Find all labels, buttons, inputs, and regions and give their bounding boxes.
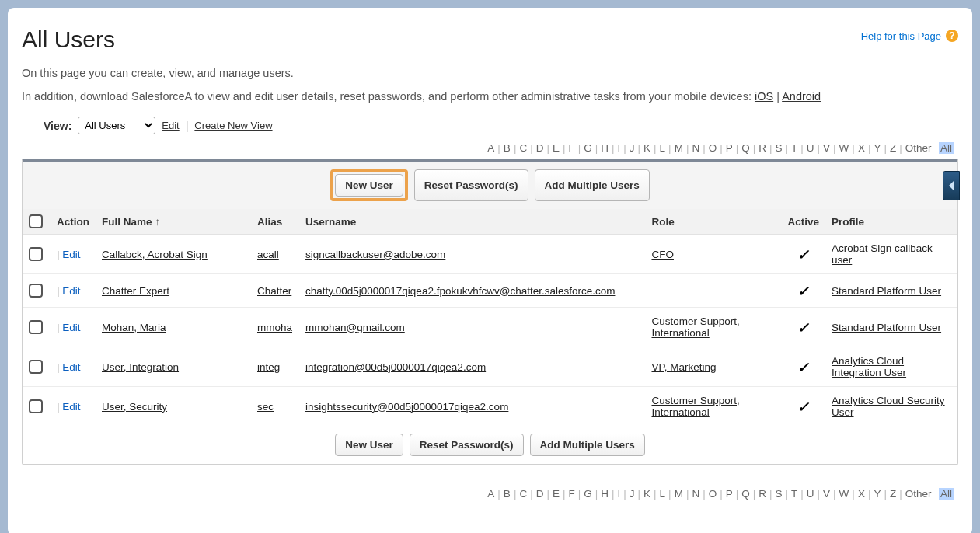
edit-view-link[interactable]: Edit (162, 120, 179, 131)
alpha-letter-E[interactable]: E (551, 488, 561, 500)
reset-password-button[interactable]: Reset Password(s) (414, 169, 528, 201)
edit-link[interactable]: Edit (62, 322, 80, 333)
alpha-letter-Y[interactable]: Y (872, 142, 882, 154)
new-user-button[interactable]: New User (335, 174, 403, 197)
help-link[interactable]: Help for this Page (861, 30, 941, 42)
role-link[interactable]: Customer Support, International (651, 395, 739, 418)
alpha-letter-G[interactable]: G (582, 142, 594, 154)
col-action[interactable]: Action (51, 209, 96, 235)
alpha-letter-E[interactable]: E (551, 142, 561, 154)
view-select[interactable]: All Users (78, 117, 155, 134)
alpha-letter-D[interactable]: D (535, 488, 546, 500)
alpha-letter-F[interactable]: F (567, 488, 576, 500)
username-link[interactable]: integration@00d5j0000017qiqea2.com (305, 361, 486, 373)
alpha-letter-K[interactable]: K (642, 488, 652, 500)
alpha-letter-Y[interactable]: Y (872, 488, 882, 500)
alpha-letter-R[interactable]: R (757, 488, 768, 500)
alpha-letter-L[interactable]: L (658, 488, 668, 500)
reset-password-button-bottom[interactable]: Reset Password(s) (410, 434, 524, 456)
alpha-letter-O[interactable]: O (707, 488, 719, 500)
alpha-letter-T[interactable]: T (790, 488, 799, 500)
profile-link[interactable]: Standard Platform User (832, 322, 941, 333)
create-view-link[interactable]: Create New View (194, 120, 272, 131)
alias-link[interactable]: Chatter (257, 285, 291, 297)
full-name-link[interactable]: Chatter Expert (102, 285, 169, 297)
username-link[interactable]: chatty.00d5j0000017qiqea2.fpokukvhfcwv@c… (305, 285, 615, 297)
alpha-other[interactable]: Other (904, 142, 933, 154)
row-checkbox[interactable] (29, 284, 43, 298)
profile-link[interactable]: Acrobat Sign callback user (832, 242, 933, 266)
profile-link[interactable]: Analytics Cloud Integration User (832, 355, 906, 378)
alpha-letter-W[interactable]: W (838, 488, 851, 500)
profile-link[interactable]: Standard Platform User (832, 285, 941, 297)
alpha-letter-C[interactable]: C (518, 142, 528, 154)
alpha-letter-T[interactable]: T (790, 142, 799, 154)
username-link[interactable]: mmohan@gmail.com (305, 322, 405, 333)
alpha-letter-L[interactable]: L (658, 142, 668, 154)
row-checkbox[interactable] (29, 399, 43, 413)
alpha-letter-S[interactable]: S (774, 142, 784, 154)
alpha-letter-R[interactable]: R (757, 142, 768, 154)
alpha-letter-B[interactable]: B (502, 142, 512, 154)
row-checkbox[interactable] (29, 320, 43, 334)
alias-link[interactable]: mmoha (257, 322, 292, 333)
select-all-checkbox[interactable] (29, 214, 43, 228)
col-full-name[interactable]: Full Name (96, 209, 251, 235)
full-name-link[interactable]: User, Integration (102, 361, 179, 373)
slide-panel-toggle[interactable] (943, 171, 960, 200)
add-multiple-users-button-bottom[interactable]: Add Multiple Users (530, 434, 645, 456)
alias-link[interactable]: acall (257, 249, 279, 260)
full-name-link[interactable]: Callabck, Acrobat Sign (102, 249, 208, 260)
alpha-letter-J[interactable]: J (628, 142, 636, 154)
alpha-letter-U[interactable]: U (805, 488, 816, 500)
alpha-letter-X[interactable]: X (856, 142, 867, 154)
alpha-letter-A[interactable]: A (486, 142, 496, 154)
alpha-letter-X[interactable]: X (856, 488, 867, 500)
full-name-link[interactable]: User, Security (102, 401, 167, 413)
alpha-letter-C[interactable]: C (518, 488, 528, 500)
alpha-letter-B[interactable]: B (502, 488, 512, 500)
alpha-all[interactable]: All (939, 488, 954, 500)
alpha-letter-P[interactable]: P (724, 142, 734, 154)
alpha-letter-O[interactable]: O (707, 142, 719, 154)
col-profile[interactable]: Profile (825, 209, 957, 235)
alpha-letter-S[interactable]: S (774, 488, 784, 500)
alpha-letter-Q[interactable]: Q (740, 488, 752, 500)
alpha-letter-P[interactable]: P (724, 488, 734, 500)
row-checkbox[interactable] (29, 360, 43, 374)
alias-link[interactable]: sec (257, 401, 274, 413)
alpha-letter-V[interactable]: V (821, 488, 832, 500)
alpha-letter-U[interactable]: U (805, 142, 816, 154)
role-link[interactable]: VP, Marketing (651, 361, 716, 373)
alpha-letter-M[interactable]: M (673, 142, 685, 154)
alpha-letter-H[interactable]: H (599, 142, 610, 154)
alpha-letter-Z[interactable]: Z (888, 488, 898, 500)
edit-link[interactable]: Edit (62, 401, 80, 413)
alpha-letter-M[interactable]: M (673, 488, 685, 500)
alpha-letter-N[interactable]: N (690, 488, 701, 500)
alpha-other[interactable]: Other (904, 488, 933, 500)
col-alias[interactable]: Alias (251, 209, 299, 235)
role-link[interactable]: Customer Support, International (651, 315, 739, 339)
alpha-letter-W[interactable]: W (838, 142, 851, 154)
alpha-letter-G[interactable]: G (582, 488, 594, 500)
alpha-letter-D[interactable]: D (535, 142, 546, 154)
col-active[interactable]: Active (781, 209, 825, 235)
alias-link[interactable]: integ (257, 361, 280, 373)
edit-link[interactable]: Edit (62, 361, 80, 373)
help-icon[interactable]: ? (946, 30, 958, 42)
alpha-letter-Z[interactable]: Z (888, 142, 898, 154)
alpha-letter-A[interactable]: A (486, 488, 496, 500)
add-multiple-users-button[interactable]: Add Multiple Users (535, 169, 650, 201)
alpha-letter-H[interactable]: H (599, 488, 610, 500)
alpha-letter-Q[interactable]: Q (740, 142, 752, 154)
android-link[interactable]: Android (782, 90, 821, 103)
alpha-letter-F[interactable]: F (567, 142, 576, 154)
new-user-button-bottom[interactable]: New User (335, 434, 403, 456)
full-name-link[interactable]: Mohan, Maria (102, 322, 166, 333)
role-link[interactable]: CFO (651, 249, 674, 260)
profile-link[interactable]: Analytics Cloud Security User (832, 395, 945, 418)
alpha-letter-K[interactable]: K (642, 142, 652, 154)
alpha-letter-N[interactable]: N (690, 142, 701, 154)
col-username[interactable]: Username (299, 209, 645, 235)
